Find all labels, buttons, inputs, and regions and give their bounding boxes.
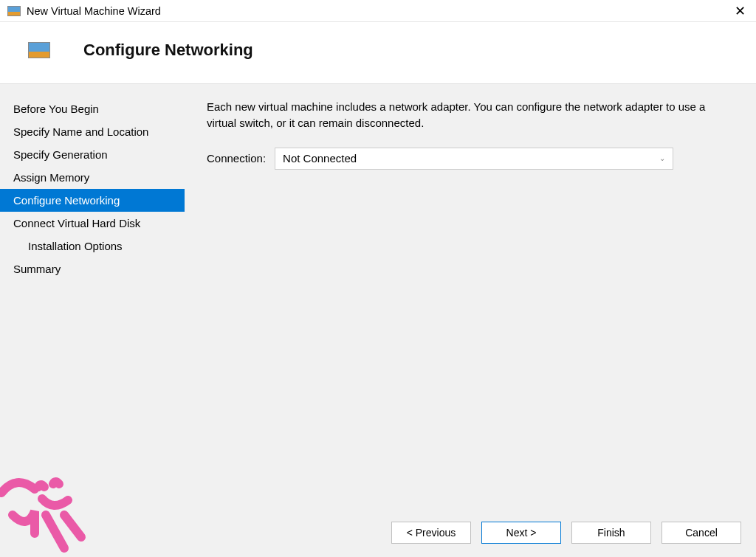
finish-button[interactable]: Finish	[571, 522, 651, 544]
connection-row: Connection: Not Connected ⌄	[207, 148, 734, 170]
step-connect-vhd[interactable]: Connect Virtual Hard Disk	[0, 212, 185, 235]
cancel-button[interactable]: Cancel	[662, 522, 741, 544]
app-icon	[7, 6, 21, 16]
step-configure-networking[interactable]: Configure Networking	[0, 189, 185, 212]
window-title: New Virtual Machine Wizard	[27, 5, 161, 17]
step-installation-options[interactable]: Installation Options	[0, 235, 185, 257]
step-specify-name-location[interactable]: Specify Name and Location	[0, 120, 185, 143]
connection-select[interactable]: Not Connected ⌄	[275, 148, 673, 170]
chevron-down-icon: ⌄	[659, 154, 665, 162]
step-before-you-begin[interactable]: Before You Begin	[0, 97, 185, 120]
page-title: Configure Networking	[83, 41, 253, 60]
close-icon[interactable]: ✕	[729, 3, 750, 19]
wizard-button-bar: < Previous Next > Finish Cancel	[391, 522, 741, 544]
title-bar: New Virtual Machine Wizard ✕	[0, 0, 756, 22]
step-summary[interactable]: Summary	[0, 257, 185, 280]
step-specify-generation[interactable]: Specify Generation	[0, 143, 185, 166]
step-assign-memory[interactable]: Assign Memory	[0, 166, 185, 189]
wizard-header: Configure Networking	[0, 22, 756, 83]
wizard-body: Before You Begin Specify Name and Locati…	[0, 84, 756, 557]
wizard-icon	[28, 42, 50, 58]
steps-sidebar: Before You Begin Specify Name and Locati…	[0, 84, 185, 557]
connection-selected-value: Not Connected	[283, 152, 357, 165]
title-left: New Virtual Machine Wizard	[7, 5, 161, 17]
page-description: Each new virtual machine includes a netw…	[207, 99, 734, 131]
connection-label: Connection:	[207, 152, 266, 165]
next-button[interactable]: Next >	[481, 522, 561, 544]
previous-button[interactable]: < Previous	[391, 522, 471, 544]
wizard-content: Each new virtual machine includes a netw…	[185, 84, 756, 557]
